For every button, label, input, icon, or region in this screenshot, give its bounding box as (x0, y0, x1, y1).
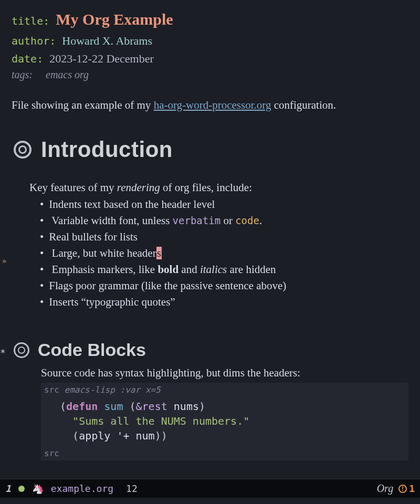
meta-key-author: author: (12, 35, 56, 47)
minibuffer-area[interactable] (0, 498, 420, 504)
features-list: Indents text based on the header level V… (40, 196, 408, 311)
org-meta-author: author: Howard X. Abrams (12, 32, 408, 50)
heading-introduction[interactable]: Introduction (12, 137, 408, 162)
modeline-window-number: 1 (5, 483, 11, 494)
config-link[interactable]: ha-org-word-processor.org (154, 99, 271, 111)
meta-val-title: My Org Example (56, 10, 173, 28)
heading-introduction-text: Introduction (41, 137, 173, 162)
features-lead: Key features of my rendering of org file… (29, 181, 408, 194)
heading-code-blocks[interactable]: Code Blocks (12, 340, 408, 360)
org-meta-title: title: My Org Example (12, 7, 408, 32)
fringe-continuation-mark: » (2, 257, 6, 265)
src-block-code: (defun sum (&rest nums) "Sums all the NU… (41, 397, 408, 446)
modeline-major-mode[interactable]: Org (377, 482, 393, 495)
src-block-footer: src (41, 446, 408, 460)
modeline-buffer-name[interactable]: example.org (51, 483, 113, 494)
mode-line[interactable]: 1 🦄 example.org 12 Org ! 1 (0, 479, 420, 498)
list-item: Inserts “typographic quotes” (40, 294, 408, 310)
editor-buffer[interactable]: » title: My Org Example author: Howard X… (0, 0, 420, 479)
org-meta-tags: tags: emacs org (12, 69, 408, 81)
list-item: Flags poor grammar (like the passive sen… (40, 278, 408, 294)
src-block[interactable]: src emacs-lisp :var x=5 (defun sum (&res… (41, 383, 408, 460)
meta-val-date: 2023-12-22 December (49, 52, 154, 65)
src-block-header: src emacs-lisp :var x=5 (41, 383, 408, 397)
meta-val-author: Howard X. Abrams (62, 34, 152, 47)
warning-icon: ! (398, 485, 407, 493)
intro-paragraph: File showing an example of my ha-org-wor… (12, 99, 408, 112)
modeline-line-number: 12 (126, 483, 138, 494)
meta-key-date: date: (12, 52, 43, 65)
meta-key-title: title: (12, 15, 49, 27)
heading-code-blocks-text: Code Blocks (38, 340, 146, 360)
list-item: Indents text based on the header level (40, 196, 408, 213)
modeline-flycheck-warning[interactable]: ! 1 (398, 483, 415, 494)
meta-key-tags: tags: (12, 69, 33, 80)
unicorn-icon: 🦄 (32, 483, 44, 494)
list-item: Variable width font, unless verbatim or … (40, 213, 408, 229)
text-cursor: s (156, 247, 162, 259)
heading-bullet-icon (14, 342, 29, 358)
src-lead: Source code has syntax highlighting, but… (41, 366, 408, 380)
list-item: Large, but white headers (40, 245, 408, 261)
list-item: Emphasis markers, like bold and italics … (40, 261, 408, 278)
meta-val-tags: emacs org (46, 69, 89, 80)
heading-star-glyph: * (0, 347, 6, 358)
heading-bullet-icon (14, 141, 32, 159)
code-text: code (235, 215, 259, 226)
list-item: Real bullets for lists (40, 229, 408, 245)
modeline-modified-indicator (18, 486, 25, 492)
org-meta-date: date: 2023-12-22 December (12, 50, 408, 68)
verbatim-text: verbatim (173, 215, 221, 226)
